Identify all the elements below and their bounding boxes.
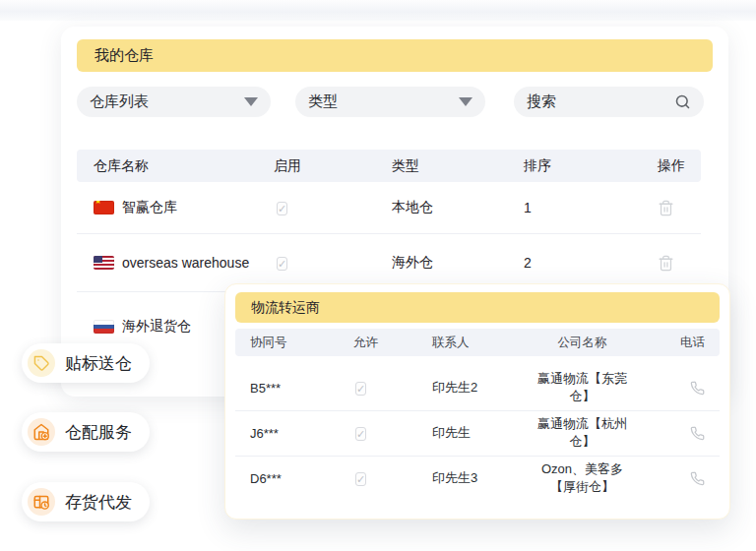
pill-label: 存货代发 (65, 491, 132, 514)
warehouse-name-cell: overseas warehouse (94, 255, 274, 271)
col-actions: 操作 (658, 157, 701, 175)
phone-icon (690, 471, 705, 486)
stock-dropship-button[interactable]: 存货代发 (22, 482, 150, 521)
warehouse-service-button[interactable]: 仓配服务 (22, 412, 150, 452)
chevron-down-icon (244, 97, 258, 106)
contact-name: 印先生 (432, 424, 531, 442)
col-allowed: 允许 (353, 335, 432, 351)
page: 我的仓库 仓库列表 类型 搜索 仓库名称 启用 类型 排序 操作 (0, 0, 756, 551)
tag-icon (28, 349, 55, 377)
collab-number: J6*** (250, 426, 353, 441)
warehouse-list-dropdown[interactable]: 仓库列表 (77, 87, 271, 117)
col-collab-number: 协同号 (250, 335, 353, 351)
col-contact: 联系人 (432, 335, 531, 351)
warehouse-name-cell: ★ 智赢仓库 (94, 199, 274, 216)
type-dropdown-label: 类型 (308, 92, 338, 111)
col-warehouse-name: 仓库名称 (94, 157, 274, 175)
warehouse-name: 智赢仓库 (122, 199, 177, 216)
call-button[interactable] (634, 381, 705, 396)
contact-name: 印先生3 (432, 469, 531, 487)
warehouse-type: 本地仓 (392, 199, 524, 216)
company-name: 赢通物流【东莞仓】 (531, 370, 634, 405)
page-title: 我的仓库 (94, 46, 154, 65)
warehouse-sort: 1 (524, 200, 658, 215)
delete-button[interactable] (658, 255, 701, 272)
box-clock-icon (28, 488, 55, 516)
col-enabled: 启用 (274, 157, 392, 175)
table-row: J6*** ✓ 印先生 赢通物流【杭州仓】 (235, 410, 720, 456)
allowed-checkbox[interactable]: ✓ (355, 472, 366, 486)
warehouse-type: 海外仓 (392, 254, 524, 272)
search-input[interactable]: 搜索 (514, 87, 704, 117)
company-name: 赢通物流【杭州仓】 (531, 415, 634, 451)
table-row: D6*** ✓ 印先生3 Ozon、美客多【厚街仓】 (235, 456, 720, 501)
warehouse-name: overseas warehouse (122, 255, 249, 271)
chevron-down-icon (459, 97, 472, 106)
pill-label: 贴标送仓 (65, 352, 132, 375)
usa-flag-icon (94, 256, 114, 270)
panel-title-bar: 我的仓库 (77, 39, 713, 72)
collab-number: D6*** (250, 471, 353, 486)
delete-button[interactable] (658, 200, 701, 216)
allowed-checkbox[interactable]: ✓ (355, 382, 366, 396)
enabled-checkbox[interactable]: ✓ (277, 202, 287, 215)
warehouse-icon (28, 418, 55, 446)
phone-icon (690, 426, 705, 441)
allowed-checkbox[interactable]: ✓ (355, 427, 366, 441)
pill-label: 仓配服务 (65, 421, 132, 444)
warehouse-name: 海外退货仓 (122, 318, 191, 336)
call-button[interactable] (634, 471, 705, 486)
label-delivery-button[interactable]: 贴标送仓 (22, 343, 150, 383)
russia-flag-icon (94, 320, 114, 334)
type-dropdown[interactable]: 类型 (295, 87, 485, 117)
col-company: 公司名称 (531, 335, 634, 351)
table-row: B5*** ✓ 印先生2 赢通物流【东莞仓】 (235, 365, 720, 410)
forwarder-title-bar: 物流转运商 (235, 292, 720, 323)
collab-number: B5*** (250, 381, 353, 396)
background-band (0, 0, 756, 21)
warehouse-table-header: 仓库名称 启用 类型 排序 操作 (77, 150, 701, 182)
search-placeholder: 搜索 (527, 92, 556, 111)
forwarder-table-header: 协同号 允许 联系人 公司名称 电话 (235, 329, 720, 356)
col-sort: 排序 (524, 157, 658, 175)
table-row: ★ 智赢仓库 ✓ 本地仓 1 (77, 182, 701, 233)
china-flag-icon: ★ (94, 201, 114, 214)
company-name: Ozon、美客多【厚街仓】 (531, 460, 634, 496)
trash-icon (658, 255, 674, 272)
col-type: 类型 (392, 157, 524, 175)
call-button[interactable] (634, 426, 705, 441)
search-icon[interactable] (674, 93, 691, 110)
warehouse-sort: 2 (524, 255, 658, 271)
forwarder-title: 物流转运商 (251, 299, 320, 317)
logistics-forwarder-panel: 物流转运商 协同号 允许 联系人 公司名称 电话 B5*** ✓ 印先生2 赢通… (224, 283, 730, 520)
trash-icon (658, 200, 674, 216)
enabled-checkbox[interactable]: ✓ (277, 257, 287, 271)
warehouse-list-dropdown-label: 仓库列表 (90, 92, 149, 111)
col-phone: 电话 (634, 335, 705, 351)
phone-icon (690, 381, 705, 396)
contact-name: 印先生2 (432, 379, 531, 397)
